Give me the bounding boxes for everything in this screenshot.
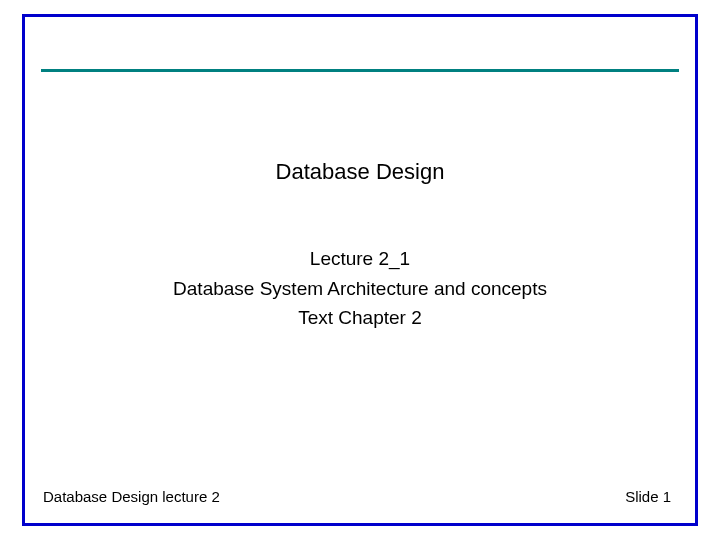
slide-frame: Database Design Lecture 2_1 Database Sys… — [22, 14, 698, 526]
header-divider — [41, 69, 679, 72]
body-line-3: Text Chapter 2 — [25, 304, 695, 332]
footer-left: Database Design lecture 2 — [43, 488, 220, 505]
body-line-2: Database System Architecture and concept… — [25, 275, 695, 303]
slide-title: Database Design — [25, 159, 695, 185]
body-line-1: Lecture 2_1 — [25, 245, 695, 273]
slide-body: Lecture 2_1 Database System Architecture… — [25, 245, 695, 334]
footer-right: Slide 1 — [625, 488, 671, 505]
